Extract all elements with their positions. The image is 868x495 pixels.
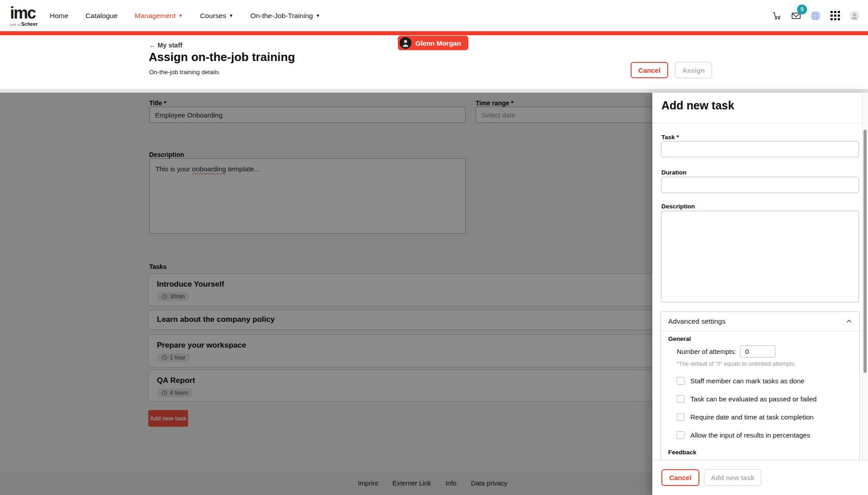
title-input[interactable]	[149, 107, 466, 123]
task-duration-pill: 1 hour	[157, 353, 190, 362]
footer-link-external[interactable]: Externer Link	[392, 480, 431, 487]
clock-icon	[162, 390, 167, 396]
panel-title: Add new task	[661, 99, 734, 112]
divider	[652, 123, 863, 123]
user-badge[interactable]: Glenn Morgan	[398, 36, 468, 50]
user-avatar-icon[interactable]	[849, 10, 860, 21]
cart-icon[interactable]	[771, 10, 782, 21]
chevron-down-icon: ▼	[179, 14, 183, 18]
task-card[interactable]: Prepare your workspace 1 hour	[148, 335, 652, 368]
feedback-section-label: Feedback	[668, 449, 852, 456]
description-label: Description	[149, 151, 184, 158]
task-title: Learn about the company policy	[157, 315, 651, 324]
checkbox[interactable]	[677, 395, 684, 403]
back-arrow-icon: ←	[149, 42, 156, 49]
checkbox[interactable]	[677, 413, 684, 421]
description-textarea[interactable]: This is your onboarding template...	[149, 158, 466, 234]
nav-item-home[interactable]: Home	[50, 12, 68, 20]
logo-text: imc	[10, 5, 38, 21]
main-nav: Home Catalogue Management▼ Courses▼ On-t…	[50, 12, 320, 20]
task-card[interactable]: QA Report 4 hours	[148, 370, 652, 401]
task-field-label: Task *	[661, 134, 679, 141]
chevron-down-icon: ▼	[229, 14, 233, 18]
task-title: Introduce Yourself	[157, 280, 651, 289]
checkbox-row-mark-done: Staff member can mark tasks as done	[677, 376, 852, 385]
checkbox[interactable]	[677, 431, 684, 439]
nav-item-catalogue[interactable]: Catalogue	[85, 12, 118, 20]
task-card[interactable]: Introduce Yourself 30min	[148, 273, 652, 306]
clock-icon	[162, 294, 167, 299]
add-new-task-panel: Add new task Task * Duration Description…	[652, 93, 868, 495]
logo-subtext: part ofScheer	[10, 22, 38, 27]
user-badge-avatar	[400, 37, 411, 49]
description-field-textarea[interactable]	[661, 211, 859, 302]
attempts-label: Number of attempts:	[677, 348, 736, 355]
time-range-input[interactable]	[476, 107, 652, 123]
general-section-label: General	[668, 335, 852, 342]
footer-link-info[interactable]: Info	[445, 480, 456, 487]
training-details-form: Title * Time range * Description This is…	[0, 93, 652, 495]
title-label: Title *	[149, 99, 166, 107]
accent-divider	[0, 31, 868, 35]
advanced-settings-body: General Number of attempts: *The default…	[661, 331, 859, 460]
page-footer: Imprint Externer Link Info Data privacy	[0, 472, 652, 495]
task-card[interactable]: Learn about the company policy	[148, 310, 652, 330]
footer-link-data-privacy[interactable]: Data privacy	[471, 480, 508, 487]
assign-button[interactable]: Assign	[675, 62, 712, 78]
scrollbar-thumb[interactable]	[863, 130, 867, 373]
panel-add-new-task-button[interactable]: Add new task	[704, 469, 761, 486]
chevron-down-icon: ▼	[316, 14, 320, 18]
header-shadow-strip	[0, 89, 868, 93]
page-header: ← My staff Assign on-the-job training On…	[0, 35, 868, 89]
chevron-up-icon	[845, 318, 853, 325]
attempts-row: Number of attempts:	[677, 345, 852, 358]
navbar-actions: 9	[771, 10, 860, 21]
imc-logo[interactable]: imc part ofScheer	[10, 5, 38, 27]
time-range-label: Time range *	[476, 99, 514, 107]
duration-field-label: Duration	[661, 169, 687, 176]
panel-scroll-area: Add new task Task * Duration Description…	[652, 93, 868, 460]
user-badge-name: Glenn Morgan	[415, 39, 461, 47]
page-title: Assign on-the-job training	[149, 50, 295, 64]
tasks-label: Tasks	[149, 263, 167, 270]
mail-icon[interactable]: 9	[791, 10, 802, 21]
top-navbar: imc part ofScheer Home Catalogue Managem…	[0, 0, 868, 31]
checkbox[interactable]	[677, 377, 684, 385]
page-subtitle: On-the-job training details	[149, 69, 219, 75]
add-new-task-button[interactable]: Add new task	[148, 410, 188, 427]
back-to-my-staff-link[interactable]: ← My staff	[149, 42, 182, 49]
task-duration-pill: 4 hours	[157, 388, 193, 397]
notification-badge: 9	[797, 5, 807, 14]
apps-grid-icon[interactable]	[830, 10, 840, 21]
checkbox-row-date-time: Require date and time at task completion	[677, 412, 852, 421]
attempts-hint: *The default of "0" equals to unlimited …	[677, 361, 852, 367]
checkbox-row-percentages: Allow the input of results in percentage…	[677, 430, 852, 439]
task-field-input[interactable]	[661, 141, 859, 157]
description-field-label: Description	[661, 203, 695, 210]
task-title: QA Report	[157, 376, 651, 385]
nav-item-on-the-job-training[interactable]: On-the-Job-Training▼	[250, 12, 320, 20]
panel-footer: Cancel Add new task	[652, 460, 868, 495]
nav-item-courses[interactable]: Courses▼	[200, 12, 233, 20]
cancel-button[interactable]: Cancel	[631, 62, 668, 78]
globe-icon[interactable]	[810, 10, 821, 21]
panel-scrollbar[interactable]	[862, 93, 868, 460]
advanced-settings-toggle[interactable]: Advanced settings	[661, 312, 859, 331]
panel-cancel-button[interactable]: Cancel	[661, 469, 699, 486]
nav-item-management[interactable]: Management▼	[135, 12, 183, 20]
task-duration-pill: 30min	[157, 292, 190, 301]
clock-icon	[162, 355, 167, 360]
footer-link-imprint[interactable]: Imprint	[358, 480, 378, 487]
attempts-input[interactable]	[740, 345, 775, 358]
footer-links: Imprint Externer Link Info Data privacy	[358, 480, 508, 487]
checkbox-row-pass-fail: Task can be evaluated as passed or faile…	[677, 394, 852, 403]
spellcheck-word: onboarding	[192, 165, 226, 173]
advanced-settings-box: Advanced settings General Number of atte…	[660, 311, 860, 460]
task-title: Prepare your workspace	[157, 341, 651, 350]
duration-field-input[interactable]	[661, 177, 859, 193]
